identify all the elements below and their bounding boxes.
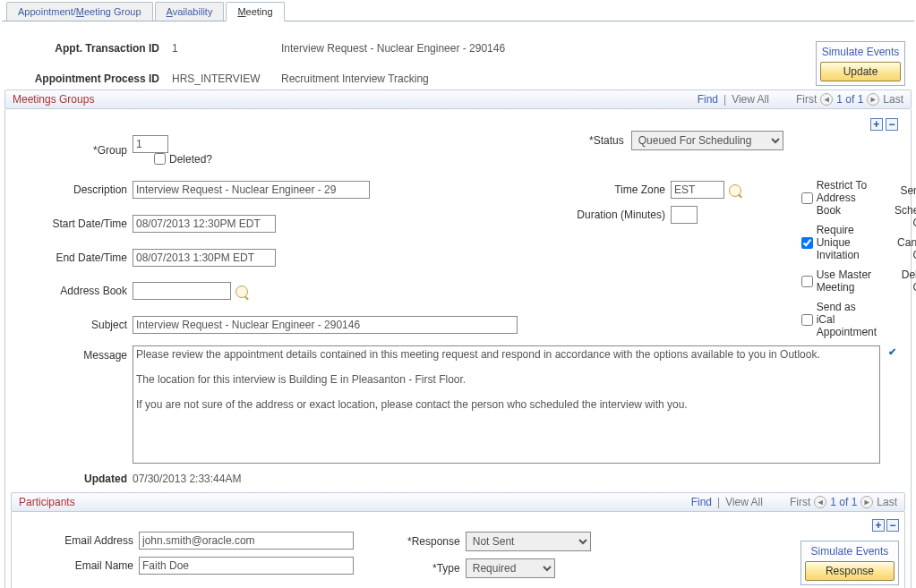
- restrict-addrbook-label: Restrict To Address Book: [817, 179, 877, 217]
- timezone-lookup-icon[interactable]: [729, 184, 741, 197]
- status-select[interactable]: Queued For Scheduling: [631, 131, 783, 150]
- address-book-lookup-icon[interactable]: [235, 285, 248, 298]
- pager-next-icon[interactable]: ►: [867, 93, 879, 106]
- timezone-input[interactable]: [671, 181, 724, 199]
- send-ical-checkbox[interactable]: [801, 314, 813, 326]
- appt-proc-desc: Recruitment Interview Tracking: [276, 70, 510, 88]
- sent-on-label: Sent On: [895, 184, 916, 197]
- tab-meeting[interactable]: Meeting: [226, 2, 284, 21]
- subject-label: Subject: [11, 319, 127, 331]
- group-label: *Group: [11, 144, 127, 157]
- p-pager-prev-icon[interactable]: ◄: [814, 496, 826, 508]
- description-label: Description: [11, 183, 127, 196]
- add-row-icon[interactable]: +: [870, 118, 883, 131]
- p-pager-next-icon[interactable]: ►: [860, 496, 873, 508]
- spellcheck-icon[interactable]: [886, 345, 898, 358]
- tab-availability[interactable]: Availability: [155, 2, 225, 21]
- canceled-on-label: Canceled On: [895, 236, 916, 261]
- send-ical-label: Send as iCal Appointment: [817, 301, 877, 338]
- p-view-all-link[interactable]: View All: [725, 496, 763, 508]
- start-date-input[interactable]: [133, 215, 276, 233]
- p-pager-last[interactable]: Last: [877, 496, 897, 508]
- deleted-checkbox[interactable]: [154, 153, 166, 165]
- participants-title: Participants: [19, 496, 75, 508]
- simulate-events-link[interactable]: Simulate Events: [820, 46, 901, 62]
- header-actions-box: Simulate Events Update: [816, 41, 905, 86]
- email-name-input[interactable]: [139, 557, 354, 575]
- p-pager-first[interactable]: First: [790, 496, 810, 508]
- require-unique-checkbox[interactable]: [801, 237, 813, 249]
- appt-txn-id-value: 1: [167, 39, 274, 57]
- find-link[interactable]: Find: [698, 93, 718, 106]
- tab-appointment-meeting-group[interactable]: Appointment/Meeting Group: [6, 2, 153, 21]
- pager-last[interactable]: Last: [883, 93, 903, 106]
- appt-proc-id-label: Appointment Process ID: [35, 72, 159, 85]
- appt-txn-desc: Interview Request - Nuclear Engineer - 2…: [276, 39, 510, 57]
- start-date-label: Start Date/Time: [11, 217, 127, 230]
- duration-input[interactable]: [671, 206, 698, 224]
- end-date-label: End Date/Time: [11, 251, 127, 264]
- pager-first[interactable]: First: [796, 93, 817, 106]
- p-pager-count: 1 of 1: [830, 496, 857, 508]
- email-name-label: Email Name: [17, 559, 133, 572]
- update-button[interactable]: Update: [820, 62, 901, 81]
- message-textarea[interactable]: [133, 345, 880, 464]
- timezone-label: Time Zone: [535, 183, 665, 196]
- pager-count: 1 of 1: [836, 93, 863, 106]
- duration-label: Duration (Minutes): [535, 209, 665, 221]
- message-label: Message: [11, 345, 127, 362]
- appt-txn-id-label: Appt. Transaction ID: [55, 42, 159, 55]
- page-tabs: Appointment/Meeting Group Availability M…: [2, 2, 914, 21]
- p-simulate-events-link[interactable]: Simulate Events: [805, 545, 895, 561]
- meetings-groups-title: Meetings Groups: [13, 93, 94, 106]
- type-select[interactable]: Required: [466, 558, 555, 578]
- p-delete-row-icon[interactable]: −: [886, 519, 899, 532]
- meetings-groups-body: + − *Group Deleted? Description Start Da…: [4, 109, 912, 588]
- p-add-row-icon[interactable]: +: [872, 519, 885, 532]
- p-find-link[interactable]: Find: [691, 496, 712, 508]
- deleted-label: Deleted?: [169, 153, 212, 166]
- updated-value: 07/30/2013 2:33:44AM: [133, 473, 905, 485]
- description-input[interactable]: [133, 181, 370, 199]
- meetings-groups-header: Meetings Groups Find | View All First ◄ …: [4, 89, 912, 109]
- scheduled-on-label: Scheduled On: [895, 204, 916, 229]
- type-label: *Type: [407, 562, 460, 575]
- participants-header: Participants Find | View All First ◄ 1 o…: [11, 492, 905, 512]
- delete-row-icon[interactable]: −: [886, 118, 898, 131]
- address-book-input[interactable]: [133, 282, 231, 300]
- end-date-input[interactable]: [133, 249, 276, 267]
- use-master-label: Use Master Meeting: [817, 268, 877, 294]
- participants-body: + − Email Address Email Name Updated 07/…: [11, 512, 905, 588]
- response-select[interactable]: Not Sent: [466, 532, 591, 551]
- pager-prev-icon[interactable]: ◄: [820, 93, 833, 106]
- require-unique-label: Require Unique Invitation: [817, 224, 877, 261]
- response-button[interactable]: Response: [805, 561, 895, 581]
- address-book-label: Address Book: [11, 285, 127, 297]
- status-label: *Status: [589, 134, 624, 147]
- appt-proc-id-value: HRS_INTERVIEW: [167, 70, 274, 88]
- participants-actions-box: Simulate Events Response: [800, 541, 899, 585]
- updated-label: Updated: [84, 473, 127, 485]
- email-address-label: Email Address: [17, 534, 133, 547]
- group-input[interactable]: [133, 135, 168, 153]
- subject-input[interactable]: [133, 316, 518, 334]
- view-all-link[interactable]: View All: [732, 93, 769, 106]
- email-address-input[interactable]: [139, 532, 354, 550]
- header-info-table: Appt. Transaction ID 1 Interview Request…: [11, 38, 512, 89]
- restrict-addrbook-checkbox[interactable]: [801, 192, 813, 204]
- use-master-checkbox[interactable]: [801, 276, 813, 287]
- response-label: *Response: [407, 535, 460, 548]
- deleted-on-label: Deleted On: [895, 268, 916, 294]
